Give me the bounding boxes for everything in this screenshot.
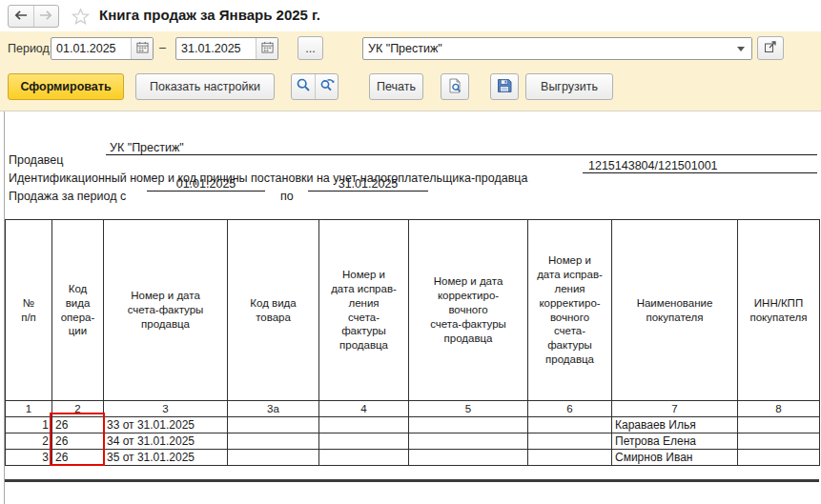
cell-invoice[interactable]: 35 от 31.01.2025 (104, 450, 228, 466)
sales-period-label: Продажа за период с (9, 190, 126, 203)
header-cell: Номер и дата исправ- ления счета- фактур… (319, 220, 409, 401)
title-bar: Книга продаж за Январь 2025 г. (0, 0, 821, 31)
sales-period-to[interactable]: 31.01.2025 (308, 177, 428, 192)
print-preview-button[interactable] (441, 73, 469, 100)
export-button[interactable]: Выгрузить (525, 73, 613, 100)
cell-goods-code[interactable] (228, 433, 319, 450)
seller-value[interactable]: УК "Престиж" (106, 141, 817, 155)
print-preview-icon (447, 78, 462, 96)
organization-dropdown-button[interactable] (729, 38, 751, 59)
cell-row-number[interactable]: 1 (6, 417, 52, 433)
header-cell: Номер и дата счета-фактуры продавца (104, 220, 228, 401)
favorite-star-icon[interactable] (70, 6, 91, 27)
organization-open-button[interactable] (757, 36, 784, 60)
sales-period-from[interactable]: 01.01.2025 (147, 177, 265, 192)
cell-operation-code[interactable]: 26 (52, 417, 104, 433)
cell-correction[interactable] (319, 417, 409, 433)
report-pane: Продавец УК "Престиж" Идентификационный … (4, 111, 819, 504)
cell-adjustment[interactable] (409, 433, 528, 450)
period-more-button[interactable]: ... (298, 36, 323, 60)
numbering-cell: 3а (228, 401, 319, 417)
open-form-icon (764, 40, 777, 56)
numbering-cell: 7 (612, 401, 738, 417)
date-from-calendar-button[interactable] (131, 38, 153, 59)
cell-adjustment[interactable] (409, 450, 528, 466)
table-row: 2 26 34 от 31.01.2025 Петрова Елена (6, 433, 820, 450)
header-cell: Наименование покупателя (612, 220, 738, 401)
generate-button[interactable]: Сформировать (8, 73, 124, 100)
date-from-value[interactable]: 01.01.2025 (51, 38, 131, 59)
cell-goods-code[interactable] (228, 450, 319, 466)
arrow-left-icon (13, 8, 28, 25)
back-button[interactable] (9, 6, 33, 27)
cell-invoice[interactable]: 34 от 31.01.2025 (104, 433, 228, 450)
cell-operation-code[interactable]: 26 (52, 450, 104, 466)
date-to-input[interactable]: 31.01.2025 (175, 37, 278, 60)
cell-adjustment-correction[interactable] (528, 450, 612, 466)
show-settings-button[interactable]: Показать настройки (135, 73, 275, 100)
numbering-cell: 2 (52, 401, 104, 417)
cell-buyer-name[interactable]: Караваев Илья (612, 417, 738, 433)
cell-buyer-inn[interactable] (738, 450, 820, 466)
period-label: Период: (8, 42, 52, 55)
table-row: 1 26 33 от 31.01.2025 Караваев Илья (6, 417, 820, 433)
app-window: Книга продаж за Январь 2025 г. Период: 0… (0, 0, 821, 504)
cell-correction[interactable] (319, 433, 409, 450)
table-numbering-row: 1 2 3 3а 4 5 6 7 8 (6, 401, 820, 417)
table-row: 3 26 35 от 31.01.2025 Смирнов Иван (6, 450, 820, 466)
header-cell: Код вида опера- ции (52, 220, 104, 401)
cell-operation-code[interactable]: 26 (52, 433, 104, 450)
taxpayer-label: Идентификационный номер и код причины по… (9, 171, 527, 185)
cell-buyer-name[interactable]: Петрова Елена (612, 433, 738, 450)
cell-row-number[interactable]: 3 (6, 450, 52, 466)
sales-book-table: № п/п Код вида опера- ции Номер и дата с… (5, 219, 820, 466)
cell-goods-code[interactable] (228, 417, 319, 433)
search-icon (296, 77, 311, 96)
calendar-icon (136, 40, 149, 57)
cell-adjustment-correction[interactable] (528, 433, 612, 450)
history-nav (8, 5, 59, 28)
chevron-down-icon (737, 47, 745, 51)
calendar-icon (261, 40, 274, 57)
arrow-right-icon (39, 8, 53, 25)
numbering-cell: 5 (409, 401, 528, 417)
cell-row-number[interactable]: 2 (6, 433, 52, 450)
numbering-cell: 8 (738, 401, 820, 417)
cell-buyer-inn[interactable] (738, 433, 820, 450)
date-to-calendar-button[interactable] (256, 38, 277, 59)
header-cell: ИНН/КПП покупателя (738, 220, 820, 401)
date-from-input[interactable]: 01.01.2025 (51, 37, 154, 60)
table-footer-thick-border (5, 479, 819, 482)
magnifier-refresh-icon (319, 77, 335, 96)
forward-button[interactable] (33, 6, 59, 27)
cell-buyer-inn[interactable] (738, 417, 820, 433)
numbering-cell: 6 (528, 401, 612, 417)
cell-adjustment-correction[interactable] (528, 417, 612, 433)
header-cell: Номер и дата корректиро- вочного счета-ф… (409, 220, 528, 401)
search-button[interactable] (292, 74, 315, 99)
header-cell: Номер и дата исправ- ления корректиро- в… (528, 220, 612, 401)
filter-band: Период: 01.01.2025 – 31.01.2025 ... УК "… (0, 31, 821, 111)
date-range-dash: – (159, 41, 166, 54)
organization-value[interactable]: УК "Престиж" (363, 38, 729, 59)
organization-combobox[interactable]: УК "Престиж" (362, 37, 752, 60)
cell-invoice[interactable]: 33 от 31.01.2025 (104, 417, 228, 433)
search-repeat-button[interactable] (315, 74, 338, 99)
save-button[interactable] (490, 73, 519, 100)
print-button[interactable]: Печать (369, 73, 423, 100)
numbering-cell: 1 (6, 401, 52, 417)
search-group (291, 73, 339, 100)
sales-period-to-label: по (280, 190, 294, 203)
table-header-row: № п/п Код вида опера- ции Номер и дата с… (6, 220, 820, 401)
cell-adjustment[interactable] (409, 417, 528, 433)
numbering-cell: 3 (104, 401, 228, 417)
page-title: Книга продаж за Январь 2025 г. (99, 7, 320, 23)
save-floppy-icon (497, 78, 512, 96)
header-cell: № п/п (6, 220, 52, 401)
cell-correction[interactable] (319, 450, 409, 466)
date-to-value[interactable]: 31.01.2025 (176, 38, 256, 59)
cell-buyer-name[interactable]: Смирнов Иван (612, 450, 738, 466)
seller-label: Продавец (9, 153, 63, 167)
numbering-cell: 4 (319, 401, 409, 417)
taxpayer-value[interactable]: 1215143804/121501001 (583, 159, 817, 173)
